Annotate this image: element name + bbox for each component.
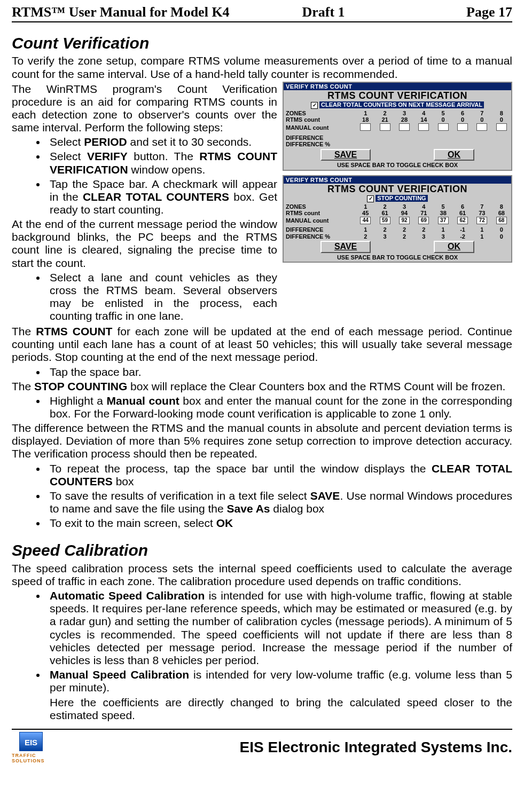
cv-p1: To verify the zone setup, compare RTMS v… <box>12 54 512 80</box>
row-diff-label: DIFFERENCE <box>284 226 356 233</box>
win1-titlebar: VERIFY RTMS COUNT <box>284 83 511 91</box>
screenshot-verify-window-2: VERIFY RTMS COUNT RTMS COUNT VERIFICATIO… <box>283 175 512 263</box>
section-count-verification-title: Count Verification <box>12 34 512 53</box>
cv-p4: The RTMS COUNT for each zone will be upd… <box>12 325 512 364</box>
manual-count-input <box>360 123 371 131</box>
section-speed-calibration-title: Speed Calibration <box>12 541 512 560</box>
cv-bullet-save: To save the results of verification in a… <box>46 490 512 515</box>
table-row: ZONES 12345678 <box>284 110 511 117</box>
row-diffp-label: DIFFERENCE % <box>284 233 356 240</box>
eis-logo-icon: TRAFFIC SOLUTIONS <box>12 732 50 764</box>
logo-tagline: TRAFFIC SOLUTIONS <box>12 753 50 764</box>
row-manual-label: MANUAL count <box>284 123 356 132</box>
manual-count-input: 44 <box>360 217 371 224</box>
row-rtms-label: RTMS count <box>284 210 356 217</box>
page-footer: TRAFFIC SOLUTIONS EIS Electronic Integra… <box>12 732 512 764</box>
table-row: DIFFERENCE % <box>284 141 511 148</box>
footer-rule <box>12 729 512 730</box>
win2-titlebar: VERIFY RTMS COUNT <box>284 176 511 184</box>
screenshot-verify-window-1: VERIFY RTMS COUNT RTMS COUNT VERIFICATIO… <box>283 82 512 171</box>
table-row: RTMS count 182128140000 <box>284 116 511 123</box>
cv-p2: The WinRTMS program's Count Verification… <box>12 83 277 135</box>
page-header: RTMS™ User Manual for Model K4 Draft 1 P… <box>12 4 512 20</box>
table-row: DIFFERENCE 12221-110 <box>284 226 511 233</box>
save-button[interactable]: SAVE <box>320 149 371 161</box>
cv-bullet-verify: Select VERIFY button. The RTMS COUNT VER… <box>46 150 277 176</box>
checkbox-icon[interactable]: ✓ <box>367 195 374 202</box>
row-diff-label: DIFFERENCE <box>284 135 356 141</box>
ok-button[interactable]: OK <box>434 241 474 253</box>
cv-bullet-tap-space: Tap the space bar. <box>46 366 512 379</box>
cv-bullet-manual-count: Highlight a Manual count box and enter t… <box>46 395 512 420</box>
header-page: Page 17 <box>402 4 512 20</box>
cv-bullet-ok: To exit to the main screen, select OK <box>46 517 512 530</box>
header-product: RTMS™ User Manual for Model K4 <box>12 4 302 20</box>
row-manual-label: MANUAL count <box>284 217 356 224</box>
sc-p1: The speed calibration process sets the i… <box>12 562 512 588</box>
row-rtms-label: RTMS count <box>284 116 356 123</box>
win2-hint: USE SPACE BAR TO TOGGLE CHECK BOX <box>284 254 511 262</box>
table-row: DIFFERENCE <box>284 135 511 141</box>
win2-check-label: STOP COUNTING <box>376 195 427 202</box>
row-diffp-label: DIFFERENCE % <box>284 141 356 148</box>
footer-company: EIS Electronic Integrated Systems Inc. <box>56 739 512 756</box>
ok-button[interactable]: OK <box>434 149 474 161</box>
row-zones-label: ZONES <box>284 110 356 117</box>
checkbox-icon[interactable]: ✓ <box>311 102 318 109</box>
cv-bullet-spacebar: Tap the Space bar. A checkmark will appe… <box>46 178 277 216</box>
table-row: ZONES 12345678 <box>284 203 511 210</box>
win1-hint: USE SPACE BAR TO TOGGLE CHECK BOX <box>284 162 511 170</box>
cv-p3: At the end of the current message period… <box>12 218 277 270</box>
header-rule <box>12 21 512 22</box>
cv-p6: The difference between the RTMS and the … <box>12 422 512 460</box>
cv-bullet-select-lane: Select a lane and count vehicles as they… <box>46 271 277 323</box>
save-button[interactable]: SAVE <box>320 241 371 253</box>
win2-grid: ZONES 12345678 RTMS count 45619471386173… <box>284 203 511 240</box>
win1-title: RTMS COUNT VERIFICATION <box>284 90 511 101</box>
table-row: DIFFERENCE % 23233-210 <box>284 233 511 240</box>
table-row: MANUAL count <box>284 123 511 132</box>
win2-title: RTMS COUNT VERIFICATION <box>284 184 511 195</box>
sc-bullet-auto: Automatic Speed Calibration is intended … <box>46 589 512 667</box>
cv-bullet-repeat: To repeat the process, tap the space bar… <box>46 462 512 488</box>
sc-bullet-manual: Manual Speed Calibration is intended for… <box>46 668 512 722</box>
table-row: RTMS count 4561947138617368 <box>284 210 511 217</box>
header-draft: Draft 1 <box>302 4 402 20</box>
table-row: MANUAL count 44 59 92 69 37 62 72 68 <box>284 217 511 224</box>
win1-check-label: CLEAR TOTAL COUNTERS ON NEXT MESSAGE ARR… <box>319 101 484 108</box>
sc-b2-after: Here the coefficients are directly chang… <box>50 696 512 722</box>
cv-bullet-period: Select PERIOD and set it to 30 seconds. <box>46 136 277 148</box>
win1-check-row: ✓CLEAR TOTAL COUNTERS ON NEXT MESSAGE AR… <box>284 101 511 110</box>
row-zones-label: ZONES <box>284 203 356 210</box>
win1-grid: ZONES 12345678 RTMS count 182128140000 M… <box>284 110 511 148</box>
cv-p5: The STOP COUNTING box will replace the C… <box>12 380 512 393</box>
win2-check-row: ✓STOP COUNTING <box>284 195 511 203</box>
